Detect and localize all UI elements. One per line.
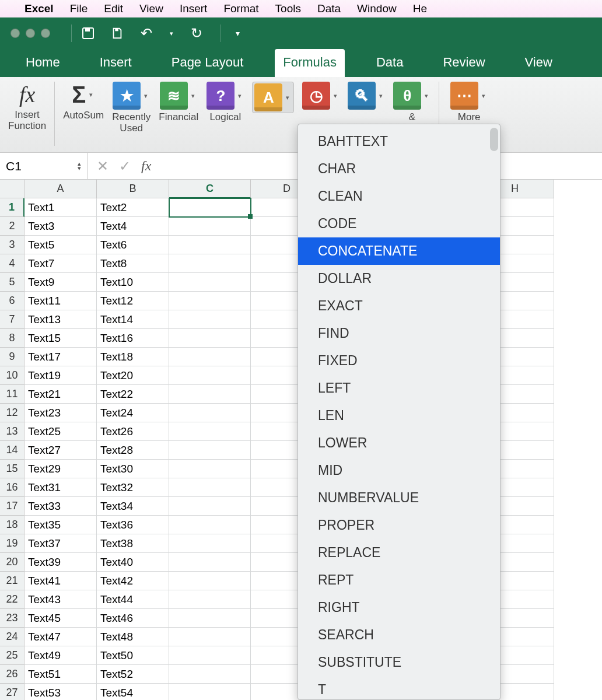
star-icon[interactable]: ★ [113, 82, 141, 110]
text-caret[interactable]: ▾ [284, 94, 292, 102]
cell[interactable] [169, 590, 251, 609]
cell[interactable]: Text15 [24, 329, 97, 348]
menu-tools[interactable]: Tools [275, 2, 301, 15]
cell[interactable]: Text41 [24, 572, 97, 590]
dropdown-item-lower[interactable]: LOWER [298, 429, 500, 457]
tab-home[interactable]: Home [18, 49, 68, 77]
row-header[interactable]: 2 [0, 217, 24, 236]
menu-edit[interactable]: Edit [104, 2, 123, 15]
dropdown-item-t[interactable]: T [298, 676, 500, 700]
row-header[interactable]: 17 [0, 497, 24, 516]
menu-format[interactable]: Format [223, 2, 258, 15]
dropdown-item-rept[interactable]: REPT [298, 566, 500, 594]
cell[interactable]: Text46 [97, 609, 169, 628]
row-header[interactable]: 27 [0, 684, 24, 700]
tab-insert[interactable]: Insert [92, 49, 140, 77]
cell[interactable]: Text49 [24, 646, 97, 665]
save-alt-icon[interactable] [109, 25, 125, 41]
cell[interactable] [169, 646, 251, 665]
row-header[interactable]: 19 [0, 534, 24, 553]
cell[interactable] [169, 441, 251, 460]
name-box-spinner[interactable]: ▴▾ [78, 162, 81, 170]
dropdown-item-concatenate[interactable]: CONCATENATE [298, 237, 500, 265]
undo-dropdown-caret[interactable]: ▾ [167, 30, 176, 37]
cell[interactable]: Text16 [97, 329, 169, 348]
tab-view[interactable]: View [517, 49, 561, 77]
name-box[interactable]: C1 ▴▾ [0, 153, 88, 179]
undo-icon[interactable]: ↶ [138, 25, 155, 41]
row-header[interactable]: 20 [0, 553, 24, 572]
col-header-H[interactable]: H [511, 183, 519, 195]
cell[interactable]: Text37 [24, 534, 97, 553]
cell[interactable]: Text17 [24, 348, 97, 366]
cell[interactable]: Text38 [97, 534, 169, 553]
cell[interactable] [169, 572, 251, 590]
dropdown-item-code[interactable]: CODE [298, 210, 500, 237]
cell[interactable] [169, 292, 251, 310]
recently-used-caret[interactable]: ▾ [142, 92, 150, 100]
cell[interactable]: Text39 [24, 553, 97, 572]
cell[interactable]: Text7 [24, 254, 97, 273]
more-functions-caret[interactable]: ▾ [480, 92, 488, 100]
cell[interactable] [169, 385, 251, 404]
tab-data[interactable]: Data [368, 49, 411, 77]
row-header[interactable]: 15 [0, 460, 24, 478]
cell[interactable]: Text13 [24, 310, 97, 329]
row-header[interactable]: 14 [0, 441, 24, 460]
cell[interactable]: Text32 [97, 478, 169, 497]
cell[interactable] [169, 273, 251, 292]
cell[interactable]: Text2 [97, 198, 169, 217]
dropdown-item-right[interactable]: RIGHT [298, 594, 500, 621]
question-icon[interactable]: ? [206, 82, 235, 110]
logical-caret[interactable]: ▾ [236, 92, 244, 100]
dropdown-item-exact[interactable]: EXACT [298, 292, 500, 320]
financial-caret[interactable]: ▾ [189, 92, 197, 100]
cell[interactable]: Text1 [24, 198, 97, 217]
cell[interactable]: Text36 [97, 516, 169, 534]
dropdown-item-len[interactable]: LEN [298, 402, 500, 429]
cell[interactable]: Text42 [97, 572, 169, 590]
cancel-icon[interactable]: ✕ [97, 158, 108, 174]
zoom-window-button[interactable] [41, 29, 50, 38]
cell[interactable]: Text11 [24, 292, 97, 310]
cell[interactable]: Text23 [24, 404, 97, 422]
cell[interactable]: Text28 [97, 441, 169, 460]
row-header[interactable]: 23 [0, 609, 24, 628]
save-icon[interactable] [80, 25, 96, 41]
cell[interactable]: Text24 [97, 404, 169, 422]
dropdown-item-replace[interactable]: REPLACE [298, 539, 500, 566]
cell[interactable] [169, 628, 251, 646]
col-header-A[interactable]: A [24, 180, 97, 198]
row-header[interactable]: 4 [0, 254, 24, 273]
cell[interactable]: Text54 [97, 684, 169, 700]
tab-page-layout[interactable]: Page Layout [163, 49, 252, 77]
dropdown-item-find[interactable]: FIND [298, 320, 500, 347]
cell[interactable]: Text29 [24, 460, 97, 478]
cell[interactable]: Text25 [24, 422, 97, 441]
autosum-caret[interactable]: ▾ [87, 91, 95, 99]
menu-window[interactable]: Window [357, 2, 397, 15]
dropdown-item-clean[interactable]: CLEAN [298, 183, 500, 210]
menu-help[interactable]: He [413, 2, 427, 15]
cell[interactable]: Text26 [97, 422, 169, 441]
cell[interactable]: Text10 [97, 273, 169, 292]
cell[interactable]: Text6 [97, 236, 169, 254]
cell[interactable] [169, 497, 251, 516]
row-header[interactable]: 25 [0, 646, 24, 665]
row-header[interactable]: 3 [0, 236, 24, 254]
row-header[interactable]: 10 [0, 366, 24, 385]
row-header[interactable]: 26 [0, 665, 24, 684]
theta-icon[interactable]: θ [393, 82, 421, 110]
cell[interactable]: Text34 [97, 497, 169, 516]
cell[interactable]: Text48 [97, 628, 169, 646]
cell[interactable]: Text51 [24, 665, 97, 684]
cell[interactable]: Text22 [97, 385, 169, 404]
cell[interactable]: Text35 [24, 516, 97, 534]
row-header[interactable]: 16 [0, 478, 24, 497]
row-header[interactable]: 13 [0, 422, 24, 441]
cell[interactable]: Text18 [97, 348, 169, 366]
cell[interactable] [169, 684, 251, 700]
fx-small-icon[interactable]: fx [141, 158, 151, 174]
row-header[interactable]: 6 [0, 292, 24, 310]
cell[interactable]: Text43 [24, 590, 97, 609]
